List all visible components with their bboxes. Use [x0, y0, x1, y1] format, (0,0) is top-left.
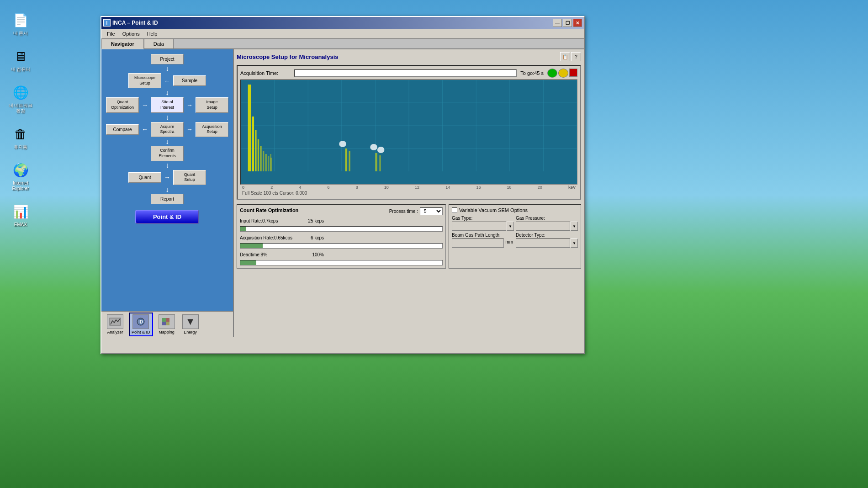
- acquisition-rate-bar: [240, 243, 443, 249]
- arrow-left-2: ←: [142, 126, 148, 133]
- toolbar-point-id[interactable]: ID Point & ID: [129, 313, 153, 336]
- menu-file[interactable]: File: [103, 30, 119, 37]
- bottom-toolbar: Analyzer ID Point & ID: [101, 311, 233, 337]
- arrow-down-6: ↓: [165, 186, 169, 193]
- arrow-right-3: →: [186, 126, 193, 133]
- deadtime-row: Deadtime:8% 100%: [240, 252, 443, 257]
- tab-navigator[interactable]: Navigator: [101, 39, 144, 49]
- gas-type-label: Gas Type:: [452, 216, 514, 221]
- desktop: 📄 내 문서 🖥 내 컴퓨터 🌐 내 네트워크 환경 🗑 휴지통 🌍 Inter…: [0, 0, 868, 488]
- panel-info-button[interactable]: 📋: [560, 52, 570, 61]
- beam-gas-path-input[interactable]: [452, 239, 504, 248]
- svg-rect-5: [162, 322, 166, 325]
- gas-type-input[interactable]: [452, 222, 506, 231]
- nav-quant-optimization[interactable]: QuantOptimization: [106, 97, 139, 112]
- input-rate-max: 25 kcps: [301, 218, 324, 223]
- arrow-down-3: ↓: [165, 114, 169, 121]
- arrow-right-1: →: [142, 101, 148, 109]
- gas-pressure-group: Gas Pressure: ▼: [516, 216, 578, 231]
- toolbar-mapping[interactable]: Mapping: [157, 313, 177, 335]
- documents-icon: 📄: [11, 11, 30, 29]
- gas-pressure-input-row: ▼: [516, 222, 578, 231]
- input-rate-bar: [240, 226, 443, 232]
- window-controls: — ❐ ✕: [553, 19, 582, 27]
- deadtime-bar: [240, 260, 443, 265]
- nav-image-setup[interactable]: ImageSetup: [196, 97, 228, 112]
- toolbar-energy[interactable]: ▼ Energy: [180, 313, 201, 335]
- panel-help-button[interactable]: ?: [571, 52, 581, 61]
- acq-start-button[interactable]: [547, 69, 557, 78]
- mapping-icon: [159, 314, 175, 329]
- arrow-right-4: →: [164, 174, 170, 181]
- arrow-left-1: ←: [164, 77, 170, 85]
- menu-help[interactable]: Help: [143, 30, 161, 37]
- nav-acquisition-setup[interactable]: AcquisitionSetup: [196, 122, 228, 137]
- left-panel: Project ↓ MicroscopeSetup ← Sample ↓ Qua…: [101, 49, 234, 337]
- desktop-icon-network[interactable]: 🌐 내 네트워크 환경: [4, 81, 37, 116]
- svg-rect-23: [252, 117, 254, 171]
- nav-project[interactable]: Project: [151, 54, 184, 64]
- gas-type-dropdown[interactable]: ▼: [507, 222, 514, 231]
- desktop-icon-ie[interactable]: 🌍 Internet Explorer: [4, 159, 37, 193]
- restore-button[interactable]: ❐: [563, 19, 572, 27]
- vacuum-title-row: Variable Vacuum SEM Options: [452, 207, 578, 213]
- acquisition-rate-fill: [240, 244, 263, 248]
- input-rate-fill: [240, 227, 246, 231]
- window-title: INCA – Point & ID: [112, 20, 551, 26]
- navigator-content: Project ↓ MicroscopeSetup ← Sample ↓ Qua…: [101, 49, 233, 311]
- detector-type-group: Detector Type: ▼: [516, 233, 578, 248]
- process-time-select[interactable]: 3 5 6: [420, 207, 443, 215]
- detector-type-input[interactable]: [516, 239, 570, 248]
- nav-report[interactable]: Report: [151, 194, 184, 204]
- arrow-down-2: ↓: [165, 89, 169, 96]
- vacuum-checkbox[interactable]: [452, 207, 457, 213]
- deadtime-label: Deadtime:8%: [240, 252, 299, 257]
- svg-point-36: [339, 141, 346, 147]
- nav-sample[interactable]: Sample: [173, 75, 206, 86]
- acquisition-rate-row: Acquisition Rate:0.65kcps 6 kcps: [240, 235, 443, 240]
- nav-quant[interactable]: Quant: [128, 172, 161, 183]
- menu-options[interactable]: Options: [119, 30, 143, 37]
- menu-bar: File Options Help: [101, 29, 584, 39]
- svg-point-38: [377, 147, 385, 153]
- svg-rect-4: [166, 318, 169, 322]
- acquisition-rate-label: Acquisition Rate:0.65kcps: [240, 235, 299, 240]
- desktop-icon-computer[interactable]: 🖥 내 컴퓨터: [4, 45, 37, 74]
- acq-pause-button[interactable]: [558, 69, 568, 78]
- svg-rect-6: [166, 322, 169, 325]
- desktop-icon-documents[interactable]: 📄 내 문서: [4, 9, 37, 38]
- nav-acquire-spectra[interactable]: AcquireSpectra: [151, 122, 184, 137]
- tab-data[interactable]: Data: [144, 39, 174, 48]
- panel-title: Microscope Setup for Microanalysis: [237, 53, 339, 60]
- nav-confirm-elements[interactable]: ConfirmElements: [151, 146, 184, 161]
- toolbar-analyzer[interactable]: Analyzer: [105, 313, 125, 335]
- gas-pressure-dropdown[interactable]: ▼: [571, 222, 578, 231]
- detector-type-dropdown[interactable]: ▼: [571, 239, 578, 248]
- gas-pressure-label: Gas Pressure:: [516, 216, 578, 221]
- point-id-button[interactable]: Point & ID: [135, 210, 199, 224]
- acquisition-panel: Acquisition Time: To go:45 s: [237, 65, 581, 200]
- desktop-icon-emax[interactable]: 📊 EMAX: [4, 201, 37, 229]
- svg-rect-28: [265, 154, 267, 171]
- nav-site-of-interest[interactable]: Site ofInterest: [151, 97, 184, 112]
- arrow-down-4: ↓: [165, 138, 169, 145]
- close-button[interactable]: ✕: [573, 19, 582, 27]
- acq-stop-button[interactable]: [569, 69, 577, 77]
- emax-icon: 📊: [11, 202, 30, 221]
- svg-rect-32: [345, 149, 347, 171]
- nav-quant-setup[interactable]: QuantSetup: [173, 170, 206, 185]
- minimize-button[interactable]: —: [553, 19, 562, 27]
- svg-rect-34: [375, 153, 377, 171]
- gas-pressure-input[interactable]: [516, 222, 570, 231]
- gas-type-group: Gas Type: ▼: [452, 216, 514, 231]
- svg-rect-3: [162, 318, 166, 322]
- arrow-down-5: ↓: [165, 162, 169, 169]
- nav-compare[interactable]: Compare: [106, 124, 139, 135]
- title-bar: I INCA – Point & ID — ❐ ✕: [101, 17, 584, 29]
- nav-microscope-setup[interactable]: MicroscopeSetup: [128, 73, 161, 88]
- acquisition-rate-max: 6 kcps: [301, 235, 324, 240]
- computer-icon: 🖥: [11, 47, 30, 65]
- svg-rect-24: [255, 130, 256, 171]
- svg-rect-29: [268, 156, 269, 171]
- desktop-icon-recycle[interactable]: 🗑 휴지통: [4, 123, 37, 152]
